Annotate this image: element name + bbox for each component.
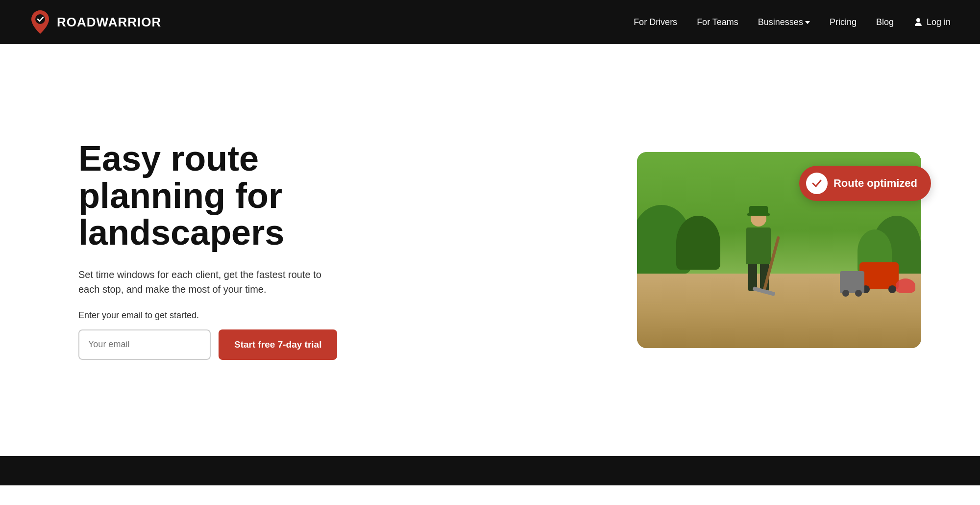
- nav-pricing[interactable]: Pricing: [830, 17, 857, 27]
- checkmark-icon: [810, 177, 823, 190]
- roller: [840, 271, 864, 293]
- navbar: RoadWarrior For Drivers For Teams Busine…: [0, 0, 980, 44]
- lawnmower: [859, 262, 899, 289]
- person-body: [746, 227, 771, 264]
- brand-name: RoadWarrior: [57, 15, 161, 30]
- hero-form: Start free 7-day trial: [78, 329, 353, 360]
- chevron-down-icon: [805, 21, 810, 24]
- person-head: [751, 211, 766, 227]
- svg-point-0: [35, 14, 45, 24]
- nav-login[interactable]: Log in: [913, 17, 951, 27]
- hero-section: Easy route planning for landscapers Set …: [0, 44, 980, 456]
- trial-button[interactable]: Start free 7-day trial: [219, 329, 337, 360]
- account-icon: [913, 17, 923, 27]
- route-optimized-badge: Route optimized: [799, 166, 931, 201]
- logo-link[interactable]: RoadWarrior: [29, 9, 161, 35]
- email-input[interactable]: [78, 329, 211, 360]
- nav-blog[interactable]: Blog: [876, 17, 894, 27]
- nav-for-teams[interactable]: For Teams: [697, 17, 738, 27]
- tree-2: [676, 216, 720, 270]
- hero-subtitle: Set time windows for each client, get th…: [78, 267, 323, 297]
- person-legs: [736, 264, 781, 291]
- nav-for-drivers[interactable]: For Drivers: [634, 17, 677, 27]
- badge-check-icon: [806, 173, 828, 194]
- nav-links: For Drivers For Teams Businesses Pricing…: [634, 17, 951, 27]
- person-hat: [749, 206, 768, 216]
- flower-patch: [896, 278, 915, 293]
- footer-bar: [0, 456, 980, 485]
- hero-image-container: Route optimized: [637, 152, 921, 348]
- nav-businesses[interactable]: Businesses: [758, 17, 810, 27]
- badge-text: Route optimized: [833, 177, 917, 190]
- hero-title: Easy route planning for landscapers: [78, 140, 353, 252]
- logo-icon: [29, 9, 51, 35]
- hero-content: Easy route planning for landscapers Set …: [78, 140, 353, 360]
- hero-cta-label: Enter your email to get started.: [78, 310, 353, 321]
